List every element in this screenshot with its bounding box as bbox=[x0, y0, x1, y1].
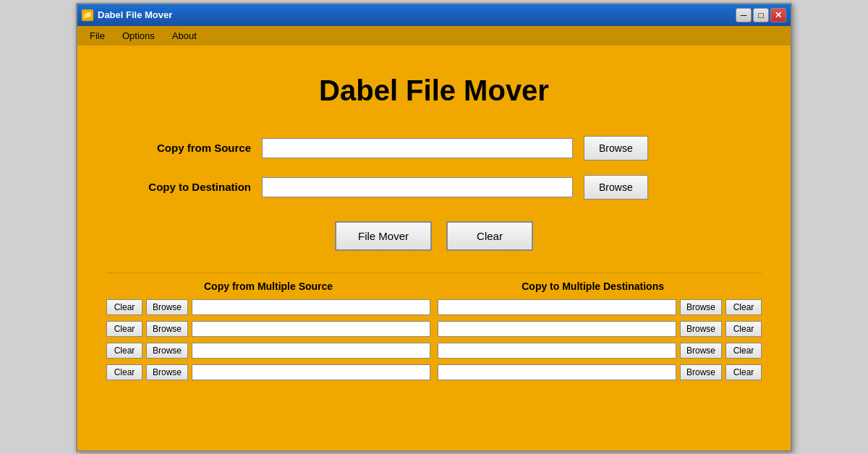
destination-browse-button[interactable]: Browse bbox=[584, 175, 648, 200]
multi-dest-col: Browse Clear Browse Clear Browse Clear bbox=[438, 299, 762, 383]
multi-dest-row-3: Browse Clear bbox=[438, 343, 762, 359]
multi-source-input-1[interactable] bbox=[192, 299, 430, 315]
multi-dest-clear-2[interactable]: Clear bbox=[726, 321, 762, 337]
multi-source-clear-1[interactable]: Clear bbox=[106, 299, 142, 315]
multi-source-header: Copy from Multiple Source bbox=[204, 280, 333, 292]
multi-source-row-2: Clear Browse bbox=[106, 321, 430, 337]
multi-columns: Clear Browse Clear Browse Clear Browse bbox=[106, 299, 762, 383]
multi-section: Copy from Multiple Source Copy to Multip… bbox=[106, 273, 762, 383]
multi-source-browse-2[interactable]: Browse bbox=[146, 321, 188, 337]
multi-headers: Copy from Multiple Source Copy to Multip… bbox=[106, 280, 762, 292]
clear-main-button[interactable]: Clear bbox=[446, 221, 533, 251]
multi-source-row-4: Clear Browse bbox=[106, 364, 430, 380]
source-input[interactable] bbox=[262, 138, 573, 158]
file-mover-button[interactable]: File Mover bbox=[335, 221, 432, 251]
multi-dest-input-2[interactable] bbox=[438, 321, 676, 337]
title-bar: 📁 Dabel File Mover ─ □ ✕ bbox=[77, 4, 791, 26]
title-bar-left: 📁 Dabel File Mover bbox=[82, 9, 172, 21]
maximize-button[interactable]: □ bbox=[753, 8, 769, 22]
multi-source-row-3: Clear Browse bbox=[106, 343, 430, 359]
multi-dest-clear-1[interactable]: Clear bbox=[726, 299, 762, 315]
window-title: Dabel File Mover bbox=[98, 9, 172, 20]
destination-input[interactable] bbox=[262, 177, 573, 197]
multi-source-browse-3[interactable]: Browse bbox=[146, 343, 188, 359]
app-icon: 📁 bbox=[82, 9, 93, 21]
multi-source-col: Clear Browse Clear Browse Clear Browse bbox=[106, 299, 430, 383]
multi-dest-browse-1[interactable]: Browse bbox=[680, 299, 722, 315]
multi-dest-row-2: Browse Clear bbox=[438, 321, 762, 337]
application-window: 📁 Dabel File Mover ─ □ ✕ File Options Ab… bbox=[76, 3, 792, 452]
main-content: Dabel File Mover Copy from Source Browse… bbox=[77, 46, 791, 450]
multi-dest-browse-4[interactable]: Browse bbox=[680, 364, 722, 380]
minimize-button[interactable]: ─ bbox=[736, 8, 752, 22]
destination-row: Copy to Destination Browse bbox=[106, 175, 762, 200]
menu-bar: File Options About bbox=[77, 26, 791, 46]
multi-dest-browse-3[interactable]: Browse bbox=[680, 343, 722, 359]
multi-dest-input-4[interactable] bbox=[438, 364, 676, 380]
multi-source-input-2[interactable] bbox=[192, 321, 430, 337]
multi-source-clear-2[interactable]: Clear bbox=[106, 321, 142, 337]
source-browse-button[interactable]: Browse bbox=[584, 136, 648, 160]
multi-source-input-4[interactable] bbox=[192, 364, 430, 380]
menu-options[interactable]: Options bbox=[117, 28, 160, 43]
multi-dest-row-4: Browse Clear bbox=[438, 364, 762, 380]
multi-source-input-3[interactable] bbox=[192, 343, 430, 359]
multi-dest-input-3[interactable] bbox=[438, 343, 676, 359]
multi-dest-clear-3[interactable]: Clear bbox=[726, 343, 762, 359]
close-button[interactable]: ✕ bbox=[770, 8, 786, 22]
form-section: Copy from Source Browse Copy to Destinat… bbox=[106, 136, 762, 200]
multi-source-browse-4[interactable]: Browse bbox=[146, 364, 188, 380]
action-buttons: File Mover Clear bbox=[106, 221, 762, 251]
multi-dest-row-1: Browse Clear bbox=[438, 299, 762, 315]
multi-dest-clear-4[interactable]: Clear bbox=[726, 364, 762, 380]
multi-source-clear-3[interactable]: Clear bbox=[106, 343, 142, 359]
multi-source-row-1: Clear Browse bbox=[106, 299, 430, 315]
page-title: Dabel File Mover bbox=[106, 74, 762, 107]
window-controls: ─ □ ✕ bbox=[736, 8, 786, 22]
destination-label: Copy to Destination bbox=[148, 181, 251, 193]
multi-source-browse-1[interactable]: Browse bbox=[146, 299, 188, 315]
menu-about[interactable]: About bbox=[167, 28, 202, 43]
multi-destination-header: Copy to Multiple Destinations bbox=[522, 280, 664, 292]
source-row: Copy from Source Browse bbox=[106, 136, 762, 160]
multi-dest-input-1[interactable] bbox=[438, 299, 676, 315]
menu-file[interactable]: File bbox=[85, 28, 110, 43]
multi-dest-browse-2[interactable]: Browse bbox=[680, 321, 722, 337]
multi-source-clear-4[interactable]: Clear bbox=[106, 364, 142, 380]
source-label: Copy from Source bbox=[157, 142, 251, 154]
